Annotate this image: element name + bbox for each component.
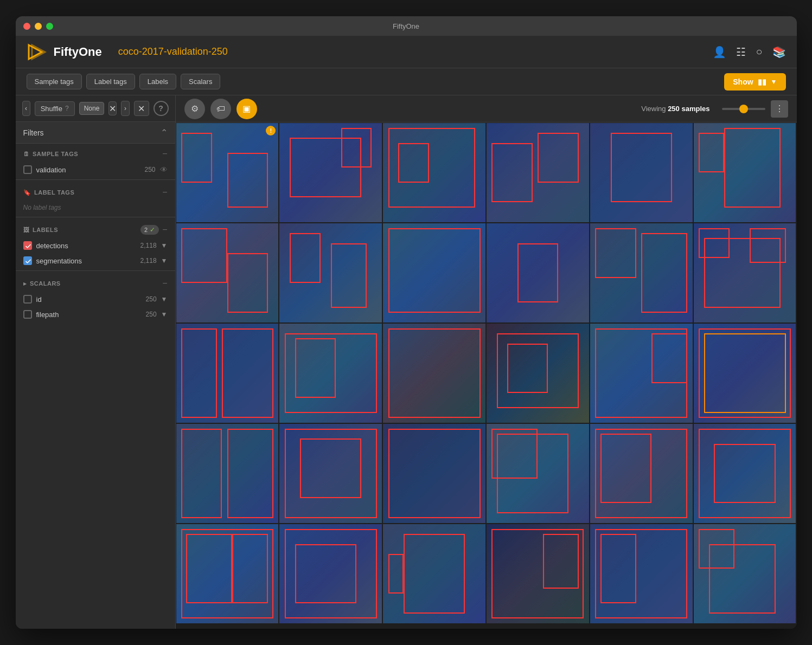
minimize-button[interactable]: [35, 23, 42, 30]
labels-collapse[interactable]: −: [162, 225, 167, 235]
grid-cell-2-6[interactable]: [693, 223, 797, 323]
users-icon[interactable]: 👤: [713, 46, 726, 59]
sample-image: [487, 524, 589, 623]
grid-icon[interactable]: ☷: [736, 46, 746, 59]
grid-cell-4-5[interactable]: [590, 423, 693, 524]
close-sidebar-button[interactable]: ✕: [134, 101, 149, 116]
sample-image: [694, 223, 796, 322]
sample-image: [590, 223, 693, 322]
scalar-filepath: filepath 250 ▼: [16, 307, 175, 322]
label-tag-icon: 🔖: [23, 189, 31, 196]
validation-label: validation: [36, 166, 140, 174]
grid-cell-1-1[interactable]: !: [176, 122, 279, 223]
maximize-button[interactable]: [46, 23, 53, 30]
id-dropdown[interactable]: ▼: [161, 295, 168, 303]
show-button[interactable]: Show ▮▮ ▼: [724, 73, 785, 91]
filepath-checkbox[interactable]: [23, 310, 32, 319]
shuffle-help-icon: ?: [65, 105, 69, 112]
validation-eye-icon[interactable]: 👁: [160, 165, 168, 174]
labels-icon: 🖼: [23, 227, 30, 233]
scalar-id: id 250 ▼: [16, 292, 175, 307]
labels-section-header: 🖼 LABELS 2 ✓ −: [16, 220, 175, 238]
grid-cell-5-5[interactable]: [590, 524, 693, 624]
grid-cell-4-4[interactable]: [486, 423, 590, 524]
scalars-collapse[interactable]: −: [162, 279, 167, 288]
traffic-lights: [23, 23, 53, 30]
sample-image: [383, 524, 485, 623]
sample-image: [176, 324, 279, 423]
shuffle-button[interactable]: Shuffle ?: [35, 101, 75, 116]
segmentations-dropdown[interactable]: ▼: [161, 257, 168, 265]
validation-count: 250: [144, 166, 155, 173]
slider-thumb: [739, 105, 748, 113]
selection-button[interactable]: ▣: [236, 99, 257, 119]
settings-button[interactable]: ⚙: [184, 99, 205, 119]
grid-cell-3-2[interactable]: [279, 323, 382, 423]
grid-row-3: [176, 323, 797, 423]
labels-section-title: 🖼 LABELS: [23, 227, 59, 233]
grid-cell-1-5[interactable]: [590, 122, 693, 223]
sample-image: !: [176, 123, 279, 222]
grid-cell-5-3[interactable]: [382, 524, 486, 624]
book-icon[interactable]: 📚: [772, 46, 786, 59]
grid-cell-1-4[interactable]: [486, 122, 590, 223]
clear-sort-button[interactable]: ✕: [108, 101, 117, 115]
tab-sample-tags[interactable]: Sample tags: [27, 74, 82, 89]
tag-button[interactable]: 🏷: [210, 99, 231, 119]
validation-checkbox[interactable]: [23, 165, 32, 174]
tab-label-tags[interactable]: Label tags: [86, 74, 135, 89]
tag-icon: 🗓: [23, 151, 30, 157]
grid-cell-2-3[interactable]: [382, 223, 486, 323]
grid-cell-5-2[interactable]: [279, 524, 382, 624]
grid-cell-3-3[interactable]: [382, 323, 486, 423]
help-button[interactable]: ?: [154, 101, 169, 116]
segmentations-checkbox[interactable]: [23, 256, 32, 265]
detections-checkbox[interactable]: [23, 241, 32, 250]
grid-cell-5-4[interactable]: [486, 524, 590, 624]
sample-image: [176, 223, 279, 322]
grid-cell-2-2[interactable]: [279, 223, 382, 323]
filepath-dropdown[interactable]: ▼: [161, 311, 168, 318]
grid-cell-4-3[interactable]: [382, 423, 486, 524]
dataset-name[interactable]: coco-2017-validation-250: [118, 46, 228, 57]
grid-cell-4-2[interactable]: [279, 423, 382, 524]
github-icon[interactable]: ○: [756, 46, 762, 58]
grid-cell-2-1[interactable]: [176, 223, 279, 323]
sample-count: 250: [668, 105, 680, 113]
nav-back-button[interactable]: ‹: [22, 101, 30, 116]
grid-cell-3-6[interactable]: [693, 323, 797, 423]
tab-scalars[interactable]: Scalars: [181, 74, 220, 89]
sort-bar: ‹ Shuffle ? None ✕ › ✕ ?: [16, 95, 175, 122]
label-tags-collapse[interactable]: −: [162, 188, 167, 197]
detections-dropdown[interactable]: ▼: [161, 242, 168, 249]
close-button[interactable]: [23, 23, 30, 30]
sidebar: ‹ Shuffle ? None ✕ › ✕ ? Filters ⌃: [16, 95, 176, 629]
label-tags-section-header: 🔖 LABEL TAGS −: [16, 182, 175, 201]
id-label: id: [36, 295, 142, 304]
grid-cell-1-6[interactable]: [693, 122, 797, 223]
zoom-slider[interactable]: [722, 108, 765, 110]
nav-forward-button[interactable]: ›: [121, 101, 129, 116]
grid-cell-1-3[interactable]: [382, 122, 486, 223]
grid-cell-5-1[interactable]: [176, 524, 279, 624]
grid-cell-1-2[interactable]: [279, 122, 382, 223]
title-bar: FiftyOne: [16, 16, 797, 36]
filters-collapse-icon[interactable]: ⌃: [161, 127, 168, 138]
grid-cell-4-6[interactable]: [693, 423, 797, 524]
sample-image: [383, 324, 485, 423]
tab-labels[interactable]: Labels: [139, 74, 176, 89]
logo-icon: [27, 42, 47, 62]
grid-cell-3-5[interactable]: [590, 323, 693, 423]
id-checkbox[interactable]: [23, 295, 32, 304]
sample-tags-collapse[interactable]: −: [162, 149, 167, 159]
label-detections: detections 2,118 ▼: [16, 238, 175, 253]
grid-cell-2-4[interactable]: [486, 223, 590, 323]
grid-cell-3-1[interactable]: [176, 323, 279, 423]
grid-cell-3-4[interactable]: [486, 323, 590, 423]
grid-layout-button[interactable]: ⋮: [771, 100, 788, 118]
grid-cell-5-6[interactable]: [693, 524, 797, 624]
grid-cell-2-5[interactable]: [590, 223, 693, 323]
sample-image: [176, 524, 279, 623]
grid-cell-4-1[interactable]: [176, 423, 279, 524]
scalars-icon: ▸: [23, 280, 27, 287]
